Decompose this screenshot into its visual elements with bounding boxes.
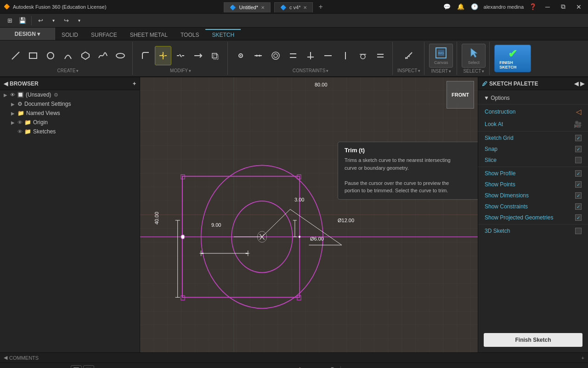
palette-row-construction[interactable]: Construction ◁ [478, 105, 588, 118]
palette-row-look-at[interactable]: Look At 🎥 [478, 118, 588, 130]
parallel-constraint[interactable] [285, 46, 301, 65]
tab-tools[interactable]: TOOLS [174, 29, 205, 40]
palette-row-snap[interactable]: Snap [478, 144, 588, 155]
close-button[interactable]: ✕ [573, 1, 584, 12]
insert-canvas-tool[interactable]: IMG Canvas [429, 44, 453, 68]
snap-checkbox[interactable] [575, 146, 582, 152]
grid-icon-bottom[interactable]: ⊞ [359, 364, 372, 368]
tab-surface[interactable]: SURFACE [85, 29, 124, 40]
palette-left-arrow[interactable]: ◀ [574, 80, 578, 87]
sketch-grid-checkbox[interactable] [575, 135, 582, 141]
browser-item-unsaved[interactable]: ▶ 👁 🔲 (Unsaved) ⚙ [0, 90, 140, 99]
help-chat-icon[interactable]: 💬 [442, 2, 452, 12]
vertical-constraint[interactable] [337, 46, 354, 65]
comments-collapse-icon[interactable]: ◀ [4, 355, 7, 361]
browser-collapse-icon[interactable]: ◀ [4, 80, 8, 87]
nav-prev-button[interactable]: ◀ [17, 365, 28, 368]
redo-icon[interactable]: ↪ [60, 15, 72, 27]
tab-solid[interactable]: SOLID [55, 29, 85, 40]
show-profile-checkbox[interactable] [575, 170, 582, 177]
show-constraints-checkbox[interactable] [575, 203, 582, 210]
show-projected-checkbox[interactable] [575, 214, 582, 221]
arc-tool[interactable] [60, 46, 76, 65]
fillet-tool[interactable] [137, 46, 154, 65]
comments-expand-icon[interactable]: + [582, 355, 584, 361]
canvas-area[interactable]: 80.00 9.00 3.00 Ø6.00 Ø12.00 40.00 Trim … [140, 77, 478, 352]
concentric-constraint[interactable] [267, 46, 284, 65]
tab-cv4[interactable]: 🔷 c v4* ✕ [274, 2, 313, 12]
trim-tool-active[interactable] [155, 46, 171, 65]
measure-tool[interactable] [401, 46, 417, 65]
palette-row-show-dimensions[interactable]: Show Dimensions [478, 190, 588, 201]
coincident-constraint[interactable] [232, 46, 249, 65]
slice-checkbox[interactable] [575, 157, 582, 163]
browser-item-named-views[interactable]: ▶ 📁 Named Views [0, 109, 140, 118]
line-tool[interactable] [7, 46, 24, 65]
spline-tool[interactable] [95, 46, 111, 65]
nav-play-button[interactable]: ▶ [29, 365, 40, 368]
3d-sketch-checkbox[interactable] [575, 228, 582, 234]
polygon-tool[interactable] [77, 46, 94, 65]
eye-icon-unsaved[interactable]: 👁 [10, 92, 15, 98]
palette-row-slice[interactable]: Slice [478, 155, 588, 166]
undo-icon[interactable]: ↩ [34, 15, 46, 27]
show-dimensions-checkbox[interactable] [575, 192, 582, 199]
palette-row-3d-sketch[interactable]: 3D Sketch [478, 225, 588, 236]
notification-icon[interactable]: 🔔 [456, 2, 465, 12]
settings-small-icon[interactable]: ⚙ [54, 92, 58, 98]
horizontal-constraint[interactable] [320, 46, 336, 65]
rect-tool[interactable] [25, 46, 41, 65]
finish-sketch-button[interactable]: ✔ FINISH SKETCH [494, 45, 531, 72]
tangent-constraint[interactable] [355, 46, 371, 65]
new-tab-button[interactable]: + [317, 3, 324, 11]
finish-sketch-palette-button[interactable]: Finish Sketch [484, 333, 582, 347]
palette-options-header[interactable]: ▼ Options [478, 93, 588, 103]
nav-last-button[interactable]: ⏭ [55, 365, 66, 368]
equal-constraint[interactable] [372, 46, 389, 65]
question-icon[interactable]: ❓ [528, 2, 537, 12]
tab-sketch[interactable]: SKETCH [205, 29, 241, 40]
offset-tool[interactable] [207, 46, 224, 65]
frame-icon[interactable]: ⬜ [71, 365, 82, 368]
pan-icon[interactable]: ✋ [294, 364, 306, 368]
settings-gear-icon[interactable]: ⚙ [571, 364, 584, 368]
tab-close-0[interactable]: ✕ [261, 5, 265, 10]
select-tool[interactable]: Select [462, 44, 486, 68]
zoom-fit-icon[interactable]: 🔎 [325, 364, 338, 368]
view-cube[interactable]: FRONT [445, 79, 476, 110]
nav-next-button[interactable]: ▶| [42, 365, 53, 368]
tab-untitled[interactable]: 🔷 Untitled* ✕ [224, 2, 271, 12]
restore-button[interactable]: ⧉ [558, 1, 569, 12]
collinear-constraint[interactable] [250, 46, 266, 65]
tab-sheet-metal[interactable]: SHEET METAL [124, 29, 174, 40]
browser-item-doc-settings[interactable]: ▶ ⚙ Document Settings [0, 99, 140, 109]
circle-tool[interactable] [42, 46, 59, 65]
palette-row-show-profile[interactable]: Show Profile [478, 168, 588, 179]
browser-item-origin[interactable]: ▶ 👁 📁 Origin [0, 118, 140, 127]
nav-first-button[interactable]: ⏮ [4, 365, 15, 368]
display-mode-icon[interactable]: 🖥 [344, 364, 356, 368]
ellipse-tool[interactable] [112, 46, 129, 65]
perpendicular-constraint[interactable] [302, 46, 319, 65]
extend-tool[interactable] [190, 46, 206, 65]
browser-expand-icon[interactable]: + [133, 80, 136, 87]
palette-row-sketch-grid[interactable]: Sketch Grid [478, 132, 588, 144]
orbit-icon[interactable]: ⚙ [309, 364, 322, 368]
show-points-checkbox[interactable] [575, 181, 582, 188]
break-tool[interactable] [172, 46, 189, 65]
eye-icon-sketches[interactable]: 👁 [17, 129, 23, 134]
grid-icon[interactable]: ⊞ [4, 15, 16, 27]
view-cube-face[interactable]: FRONT [447, 81, 474, 109]
browser-item-sketches[interactable]: 👁 📁 Sketches [0, 127, 140, 136]
undo-arrow-icon[interactable]: ▾ [47, 15, 59, 27]
palette-row-show-constraints[interactable]: Show Constraints [478, 201, 588, 212]
minimize-button[interactable]: ─ [542, 1, 553, 12]
palette-right-arrow[interactable]: ▶ [580, 80, 584, 87]
palette-row-show-points[interactable]: Show Points [478, 179, 588, 190]
eye-icon-origin[interactable]: 👁 [17, 120, 23, 125]
view-settings-icon[interactable]: ▦ [375, 364, 388, 368]
palette-row-show-projected[interactable]: Show Projected Geometries [478, 212, 588, 223]
save-icon[interactable]: 💾 [17, 15, 28, 27]
capture-icon[interactable]: ⬛ [83, 365, 94, 368]
fit-view-icon[interactable]: ⊕ [278, 364, 291, 368]
